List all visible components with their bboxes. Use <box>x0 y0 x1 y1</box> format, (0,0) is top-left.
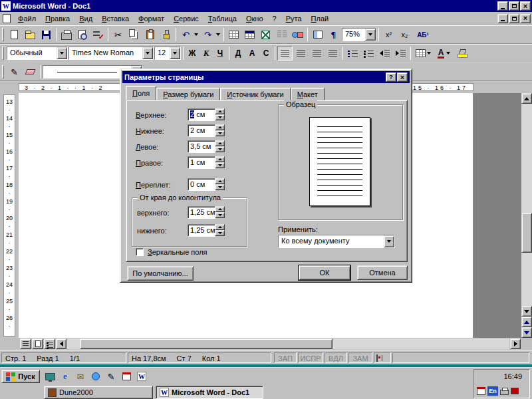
eraser-button[interactable] <box>23 65 38 79</box>
next-page-button[interactable] <box>521 327 532 338</box>
window-titlebar[interactable]: W Microsoft Word - Doc1 × <box>0 0 532 12</box>
spelling-button[interactable]: ✓ <box>90 27 106 42</box>
numbered-list-button[interactable] <box>345 46 360 61</box>
scroll-left-button[interactable] <box>56 338 66 349</box>
word-quicklaunch-button[interactable]: W <box>136 370 148 382</box>
menu-file[interactable]: Файл <box>13 13 41 25</box>
printer-tray-icon[interactable] <box>500 390 509 395</box>
bottom-margin-field[interactable]: 2 см <box>188 124 225 137</box>
default-button[interactable]: По умолчанию... <box>127 266 194 281</box>
apply-to-dropdown-button[interactable] <box>384 235 394 247</box>
insert-excel-button[interactable] <box>258 27 273 42</box>
draw-table-button[interactable]: ✎ <box>7 65 22 79</box>
toolbar-grip[interactable] <box>2 47 4 60</box>
footer-distance-field[interactable]: 1,25 см <box>188 224 225 237</box>
close-button[interactable]: × <box>520 1 531 11</box>
underline-button[interactable]: Ч <box>213 46 227 61</box>
modem-tray-icon[interactable] <box>511 388 519 394</box>
tab-layout[interactable]: Макет <box>291 88 325 100</box>
header-distance-field[interactable]: 1,25 см <box>188 206 225 219</box>
decrease-indent-button[interactable] <box>377 46 392 61</box>
gutter-field[interactable]: 0 см <box>188 178 225 191</box>
align-center-button[interactable] <box>293 46 309 61</box>
show-paragraphs-button[interactable]: ¶ <box>326 27 341 42</box>
vertical-ruler[interactable]: 13 14 15 16 17 18 19 20 21 22 23 24 25 2… <box>0 93 19 338</box>
menu-tools[interactable]: Сервис <box>169 13 203 25</box>
tab-margins[interactable]: Поля <box>126 86 156 100</box>
redo-button[interactable]: ↷ <box>200 27 215 42</box>
minimize-button[interactable] <box>497 1 508 11</box>
font-combobox[interactable]: Times New Roman <box>68 47 154 60</box>
spin-up-button[interactable] <box>215 108 225 114</box>
style-combobox[interactable]: Обычный <box>7 47 68 60</box>
bold-button[interactable]: Ж <box>186 46 199 61</box>
style-dropdown-button[interactable] <box>57 47 67 59</box>
highlight-button[interactable] <box>454 46 469 61</box>
tray-clock[interactable]: 16:49 <box>503 372 522 380</box>
borders-dropdown-button[interactable] <box>413 46 433 61</box>
align-right-button[interactable] <box>309 46 325 61</box>
record-mode-indicator[interactable]: ЗАП <box>274 352 297 363</box>
bulleted-list-button[interactable] <box>361 46 376 61</box>
toolbar-grip[interactable] <box>2 65 4 78</box>
start-button[interactable]: Пуск <box>1 370 40 383</box>
dialog-close-button[interactable]: × <box>397 72 408 82</box>
globe-quicklaunch-button[interactable] <box>90 370 102 382</box>
internet-explorer-quicklaunch-button[interactable]: e <box>59 370 71 382</box>
footnote-button[interactable]: АБ¹ <box>413 27 433 42</box>
spin-up-button[interactable] <box>215 224 225 230</box>
pencil-quicklaunch-button[interactable]: ✎ <box>105 370 117 382</box>
spin-up-button[interactable] <box>215 156 225 162</box>
zoom-dropdown-button[interactable] <box>365 29 376 41</box>
spin-down-button[interactable] <box>215 230 225 236</box>
columns-button[interactable] <box>274 27 289 42</box>
taskbar-task-word[interactable]: W Microsoft Word - Doc1 <box>156 386 263 399</box>
menu-ruta[interactable]: Рута <box>281 13 307 25</box>
document-map-button[interactable] <box>310 27 325 42</box>
font-size-dropdown-button[interactable] <box>170 47 180 59</box>
display-quicklaunch-button[interactable] <box>44 370 56 382</box>
font-color-button[interactable]: А <box>434 46 454 61</box>
spin-down-button[interactable] <box>215 184 225 190</box>
undo-dropdown-button[interactable] <box>193 27 200 42</box>
spin-up-button[interactable] <box>215 178 225 184</box>
font-dropdown-button[interactable] <box>142 47 153 59</box>
insert-table-button[interactable] <box>242 27 257 42</box>
print-button[interactable] <box>59 27 74 42</box>
previous-page-button[interactable] <box>521 317 532 327</box>
spin-up-button[interactable] <box>215 140 225 146</box>
doc-restore-button[interactable] <box>509 14 519 23</box>
menu-help[interactable]: ? <box>268 13 281 25</box>
spin-down-button[interactable] <box>215 130 225 136</box>
paste-button[interactable] <box>142 27 158 42</box>
scroll-right-button[interactable] <box>510 338 521 349</box>
language-indicator[interactable]: En <box>487 386 498 396</box>
vertical-scroll-thumb[interactable] <box>521 213 532 253</box>
menu-format[interactable]: Формат <box>134 13 169 25</box>
taskbar-task-dune2000[interactable]: Dune2000 <box>44 386 153 399</box>
cut-button[interactable]: ✂ <box>110 27 126 42</box>
apply-to-combobox[interactable]: Ко всему документу <box>278 235 395 248</box>
drawing-button[interactable] <box>290 27 305 42</box>
spin-down-button[interactable] <box>215 162 225 168</box>
document-window-icon[interactable] <box>3 14 11 23</box>
menu-view[interactable]: Вид <box>74 13 97 25</box>
normal-view-button[interactable] <box>20 338 31 349</box>
align-justify-button[interactable] <box>325 46 340 61</box>
superscript-button[interactable]: x² <box>381 27 396 42</box>
redo-dropdown-button[interactable] <box>215 27 221 42</box>
spin-up-button[interactable] <box>215 206 225 212</box>
doc-close-button[interactable]: × <box>520 14 531 23</box>
extra-letter-button-2[interactable]: А <box>245 46 259 61</box>
print-preview-button[interactable] <box>74 27 90 42</box>
italic-button[interactable]: К <box>200 46 213 61</box>
spin-down-button[interactable] <box>215 114 225 120</box>
cancel-button[interactable]: Отмена <box>357 265 408 280</box>
left-margin-field[interactable]: 3,5 см <box>188 140 225 153</box>
open-button[interactable] <box>23 27 38 42</box>
save-button[interactable] <box>39 27 54 42</box>
horizontal-scroll-thumb[interactable] <box>80 338 332 349</box>
extra-letter-button-1[interactable]: Д <box>231 46 245 61</box>
spin-down-button[interactable] <box>215 212 225 218</box>
increase-indent-button[interactable] <box>393 46 408 61</box>
